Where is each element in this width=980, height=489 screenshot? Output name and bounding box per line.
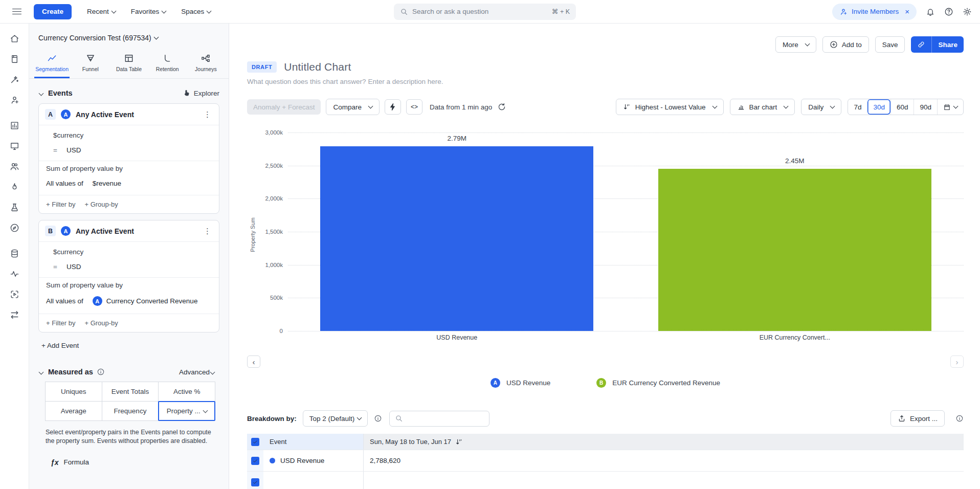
group-by-button[interactable]: + Group-by: [84, 319, 118, 327]
property-value[interactable]: USD: [66, 263, 81, 271]
measure-option-average[interactable]: Average: [45, 401, 102, 421]
chart-description-input[interactable]: What question does this chart answer? En…: [247, 78, 964, 85]
date-column-header[interactable]: Sun, May 18 to Tue, Jun 17: [364, 434, 964, 450]
rail-users-icon[interactable]: [6, 158, 23, 175]
granularity-select[interactable]: Daily: [801, 99, 841, 115]
event-column-header[interactable]: Event: [263, 434, 364, 450]
collapse-chevron-icon[interactable]: [39, 91, 44, 96]
export-button[interactable]: Export ...: [890, 410, 945, 427]
refresh-icon[interactable]: [497, 102, 506, 112]
date-picker-button[interactable]: [937, 99, 963, 115]
kebab-menu-icon[interactable]: ⋮: [203, 227, 213, 236]
global-search-input[interactable]: Search or ask a question ⌘ + K: [394, 4, 576, 20]
range-60d-button[interactable]: 60d: [890, 99, 914, 115]
bar-2[interactable]: [658, 169, 931, 331]
kebab-menu-icon[interactable]: ⋮: [203, 110, 213, 119]
tab-journeys[interactable]: Journeys: [188, 49, 224, 78]
notifications-bell-icon[interactable]: [926, 7, 935, 16]
bar-1[interactable]: [320, 146, 593, 331]
sum-target[interactable]: $revenue: [93, 180, 121, 187]
measure-option-active-%[interactable]: Active %: [158, 382, 215, 402]
rail-flame-icon[interactable]: [6, 178, 23, 195]
rail-home-icon[interactable]: [6, 30, 23, 47]
tab-retention[interactable]: Retention: [150, 49, 185, 78]
all-values-row[interactable]: All values ofACurrency Converted Revenue: [39, 293, 219, 309]
event-name[interactable]: Any Active Event: [76, 227, 197, 235]
save-button[interactable]: Save: [875, 36, 905, 53]
table-row[interactable]: USD Revenue2,788,620: [247, 450, 964, 472]
hamburger-menu-icon[interactable]: [12, 9, 21, 15]
measure-option-uniques[interactable]: Uniques: [45, 382, 102, 402]
rail-pathways-icon[interactable]: [6, 306, 23, 323]
formula-button[interactable]: ƒx Formula: [51, 458, 219, 466]
filter-by-button[interactable]: + Filter by: [46, 319, 75, 327]
rail-user-plus-icon[interactable]: [6, 91, 23, 108]
all-values-row[interactable]: All values of$revenue: [39, 176, 219, 191]
legend-item-a[interactable]: AUSD Revenue: [491, 378, 550, 388]
project-selector[interactable]: Currency Conversion Test (697534): [29, 24, 229, 46]
settings-gear-icon[interactable]: [963, 7, 972, 16]
chart-type-select[interactable]: Bar chart: [730, 99, 795, 115]
info-icon[interactable]: [955, 414, 964, 423]
more-button[interactable]: More: [775, 36, 816, 53]
share-button[interactable]: Share: [931, 36, 964, 53]
add-event-button[interactable]: + Add Event: [38, 342, 219, 349]
group-by-button[interactable]: + Group-by: [84, 201, 118, 208]
api-code-button[interactable]: <>: [406, 99, 422, 115]
recent-menu[interactable]: Recent: [87, 8, 116, 15]
rail-signals-icon[interactable]: [6, 265, 23, 282]
rail-database-icon[interactable]: [6, 244, 23, 262]
event-cell[interactable]: USD Revenue: [263, 450, 364, 471]
event-card-header[interactable]: AAAny Active Event⋮: [39, 104, 219, 125]
event-name[interactable]: Any Active Event: [76, 110, 197, 119]
add-to-button[interactable]: Add to: [822, 36, 869, 53]
row-checkbox[interactable]: [251, 478, 259, 486]
sort-order-select[interactable]: Highest - Lowest Value: [616, 99, 724, 115]
rail-magic-wand-icon[interactable]: [6, 71, 23, 88]
create-button[interactable]: Create: [34, 4, 72, 19]
measure-option-property-[interactable]: Property ...: [158, 401, 215, 421]
range-90d-button[interactable]: 90d: [914, 99, 937, 115]
tab-funnel[interactable]: Funnel: [73, 49, 108, 78]
event-property-row[interactable]: $currency: [39, 125, 219, 143]
rail-charts-icon[interactable]: [6, 117, 23, 134]
rail-notebook-icon[interactable]: [6, 50, 23, 68]
property-value[interactable]: USD: [66, 146, 81, 154]
property-filter-row[interactable]: =USD: [39, 259, 219, 274]
table-row-partial[interactable]: [247, 472, 964, 489]
measure-option-frequency[interactable]: Frequency: [102, 401, 159, 421]
anomaly-forecast-button[interactable]: Anomaly + Forecast: [247, 99, 321, 115]
compare-button[interactable]: Compare: [326, 99, 380, 115]
collapse-chevron-icon[interactable]: [39, 369, 44, 374]
invite-members-button[interactable]: Invite Members ×: [832, 4, 917, 20]
row-checkbox[interactable]: [251, 457, 259, 465]
favorites-menu[interactable]: Favorites: [131, 8, 166, 15]
rail-session-replay-icon[interactable]: [6, 285, 23, 303]
event-card-header[interactable]: BAAny Active Event⋮: [39, 220, 219, 242]
quick-insights-button[interactable]: [385, 99, 401, 115]
legend-item-b[interactable]: BEUR Currency Converted Revenue: [596, 378, 720, 388]
rail-flask-icon[interactable]: [6, 198, 23, 216]
info-icon[interactable]: [374, 414, 382, 423]
copy-link-icon[interactable]: [911, 36, 931, 53]
filter-by-button[interactable]: + Filter by: [46, 201, 75, 208]
info-icon[interactable]: [97, 368, 105, 376]
rail-compass-icon[interactable]: [6, 219, 23, 236]
breakdown-search-input[interactable]: [389, 411, 489, 427]
advanced-toggle[interactable]: Advanced: [179, 368, 219, 376]
property-filter-row[interactable]: =USD: [39, 143, 219, 158]
tab-data-table[interactable]: Data Table: [111, 49, 146, 78]
scroll-left-button[interactable]: ‹: [247, 355, 260, 368]
explorer-button[interactable]: Explorer: [183, 89, 219, 97]
select-all-checkbox[interactable]: [251, 438, 259, 446]
range-30d-button[interactable]: 30d: [867, 99, 890, 115]
chart-title-input[interactable]: Untitled Chart: [284, 61, 351, 73]
spaces-menu[interactable]: Spaces: [181, 8, 211, 15]
scroll-right-button[interactable]: ›: [950, 355, 964, 368]
rail-dashboards-icon[interactable]: [6, 137, 23, 154]
event-property-row[interactable]: $currency: [39, 242, 219, 259]
help-icon[interactable]: [944, 7, 953, 16]
measure-option-event-totals[interactable]: Event Totals: [102, 382, 159, 402]
tab-segmentation[interactable]: Segmentation: [34, 49, 70, 78]
dismiss-invite-icon[interactable]: ×: [905, 7, 909, 16]
